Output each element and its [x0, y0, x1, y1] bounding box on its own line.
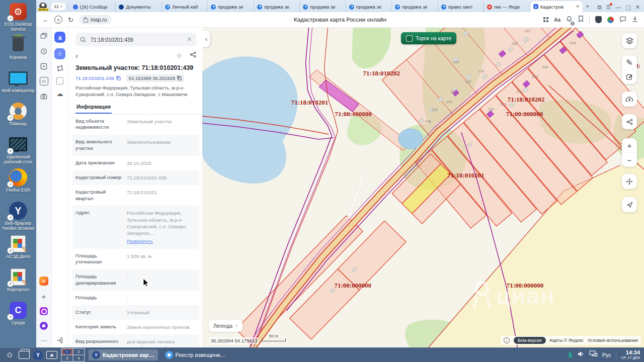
tab-cadastral-map-active[interactable]: aКадастров✕	[530, 1, 583, 12]
add-panel-icon[interactable]: +	[40, 292, 48, 301]
tab-documents[interactable]: Документы	[116, 2, 162, 12]
tab-messages[interactable]: (1k) Сообще	[70, 2, 116, 12]
taskbar-yandex-icon[interactable]: Y	[33, 350, 43, 360]
desktop-icon-korportal[interactable]: ↗ Корпортал	[0, 267, 36, 301]
address-bar[interactable]: map.ru	[79, 15, 112, 24]
desktop-icon-remote-desktop[interactable]: ↗ Удалённый рабочий стол	[0, 135, 36, 168]
legend-button[interactable]: Легенда∧	[209, 320, 243, 332]
back-icon[interactable]: ←	[42, 17, 49, 23]
tab-information[interactable]: Информация	[75, 102, 112, 114]
workspace-1[interactable]: Y	[61, 348, 73, 355]
auction-toggle-button[interactable]: Торги на карте	[401, 32, 456, 44]
select-area-icon[interactable]	[56, 77, 63, 84]
exit-icon[interactable]	[56, 337, 63, 344]
measure-button[interactable]: ✎	[622, 55, 637, 69]
translate-icon[interactable]: Aa	[554, 17, 560, 23]
collections-icon[interactable]	[543, 17, 548, 22]
close-icon[interactable]: ✕	[635, 5, 640, 10]
terms-link[interactable]: Условия использования	[588, 338, 638, 343]
tab-land-sale-3[interactable]: продажа зе	[300, 2, 346, 12]
ya-services-icon[interactable]: я	[54, 16, 62, 24]
nspd-logo-icon[interactable]: a	[54, 32, 65, 43]
minimize-icon[interactable]: —	[615, 5, 621, 10]
panel-collapse-button[interactable]: ‹	[202, 31, 210, 47]
tab-land-sale-4[interactable]: продажа зе	[346, 2, 392, 12]
taskbar-window-registry[interactable]: Реестр извещени…	[162, 349, 229, 360]
draw-button[interactable]	[622, 69, 637, 84]
desktop-icon-ased-delo[interactable]: ↗ АСЭД Дело	[0, 234, 36, 267]
info-icon[interactable]: i	[504, 337, 510, 343]
notifications-bell-icon[interactable]: 1	[566, 15, 573, 24]
maps-copyright[interactable]: Карты © Яндекс	[550, 338, 584, 343]
map-share-button[interactable]	[622, 114, 637, 129]
taskbar-clock[interactable]: 14:34 СР, 17 ДЕК	[616, 350, 640, 359]
kaspersky-icon[interactable]: k	[569, 351, 573, 359]
dzen-icon[interactable]	[40, 307, 48, 315]
extension-icon[interactable]	[607, 17, 614, 23]
checkbox-icon[interactable]	[406, 35, 413, 42]
search-input[interactable]	[90, 36, 184, 43]
taskbar-window-cadastral[interactable]: Y Кадастровая кар…	[89, 349, 158, 360]
volume-icon[interactable]	[577, 350, 585, 359]
share-icon[interactable]	[190, 51, 196, 59]
chat-bubble-icon[interactable]	[619, 15, 626, 24]
cadastral-map-canvas[interactable]: 71:18:010202 71:18:010201 71:00:000000 7…	[202, 28, 644, 348]
pan-button[interactable]	[622, 174, 637, 189]
panel-back-icon[interactable]: ‹	[75, 51, 78, 60]
copy-icon[interactable]	[116, 76, 121, 80]
show-windows-icon[interactable]	[19, 349, 30, 360]
side-panel-icon[interactable]: ⧉	[598, 5, 602, 10]
tab-groups-icon[interactable]	[40, 32, 48, 40]
workspace-3[interactable]: 3	[61, 355, 73, 361]
desktop-icon-firefox[interactable]: ↗ Firefox ESR	[0, 168, 36, 201]
desktop-icon-eos[interactable]: ⚙↗ EOS Desktop Service	[0, 2, 36, 35]
alice-icon[interactable]	[40, 322, 48, 330]
adblock-extension-icon[interactable]	[595, 16, 602, 23]
workspace-2[interactable]: 2	[73, 348, 85, 355]
tab-counter[interactable]: 11▼	[51, 3, 66, 11]
workspace-4[interactable]: 4	[73, 355, 85, 361]
map-viewport[interactable]: 71:18:010202 71:18:010201 71:00:000000 7…	[202, 28, 644, 348]
desktop-icon-yandex-browser[interactable]: Y↗ Веб-браузер Yandex Browser	[0, 201, 36, 234]
clear-search-icon[interactable]: ✕	[187, 36, 192, 43]
desktop-icon-trash[interactable]: Корзина	[0, 35, 36, 68]
tab-land-sale-1[interactable]: продажа зе	[208, 2, 254, 12]
start-menu-icon[interactable]: ✩	[4, 349, 15, 360]
cloud-icon[interactable]: ☁	[57, 90, 63, 98]
maximize-icon[interactable]: ▢	[625, 5, 630, 10]
video-play-icon[interactable]	[40, 62, 48, 70]
locate-button[interactable]	[622, 197, 637, 212]
tab-close-icon[interactable]: ✕	[576, 4, 580, 9]
tab-pkk-yandex[interactable]: Япкк — Янде	[484, 2, 530, 12]
screenshot-icon[interactable]	[40, 92, 48, 101]
copy-icon[interactable]	[177, 76, 182, 80]
tab-right-conclusion[interactable]: право закл	[438, 2, 484, 12]
file-manager-icon[interactable]: ◉	[46, 351, 57, 359]
favorite-star-icon[interactable]: ☆	[176, 52, 182, 59]
expand-link[interactable]: Развернуть	[127, 238, 153, 244]
history-clock-icon[interactable]	[40, 47, 48, 55]
language-indicator[interactable]: Рус	[602, 352, 611, 358]
more-dots-icon[interactable]: ⋯	[40, 336, 48, 345]
profile-avatar[interactable]: Войти	[39, 3, 47, 10]
login-badge[interactable]: Войти	[38, 8, 49, 11]
zoom-in-button[interactable]: +	[622, 138, 637, 152]
desktop-icon-my-computer[interactable]: Мой компьютер	[0, 68, 36, 102]
polygon-tool-icon[interactable]	[56, 65, 63, 72]
cadastral-number-chip[interactable]: 71:18:010201:439	[75, 74, 123, 82]
desktop-icon-help[interactable]: ↗ Помощь	[0, 102, 36, 135]
layers-button[interactable]	[622, 33, 637, 48]
tab-land-sale-2[interactable]: продажа зе	[254, 2, 300, 12]
tab-land-sale-5[interactable]: продажа зе	[392, 2, 438, 12]
desktop-icon-sreda[interactable]: C↗ Среда	[0, 301, 36, 334]
browser-menu-icon[interactable]: ☰	[606, 5, 611, 10]
calendar-count-icon[interactable]: 11	[40, 77, 48, 85]
zoom-out-button[interactable]: −	[622, 152, 637, 167]
downloads-icon[interactable]	[632, 15, 638, 24]
refresh-icon[interactable]: ↻	[68, 17, 73, 23]
search-box[interactable]: ✕	[75, 33, 196, 46]
upload-button[interactable]	[622, 92, 637, 107]
display-settings-icon[interactable]	[589, 350, 598, 359]
yandex-mail-icon[interactable]: ✉	[39, 277, 48, 286]
new-tab-button[interactable]: +	[583, 1, 593, 11]
